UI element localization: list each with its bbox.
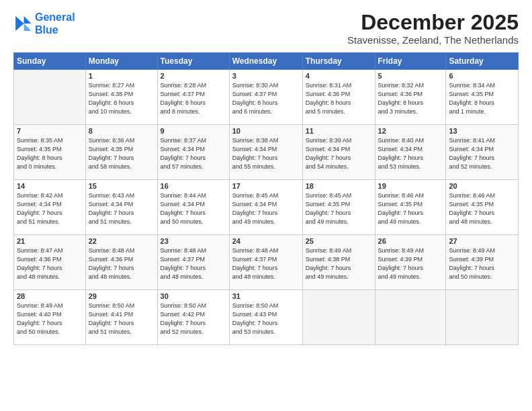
logo-icon [13,14,32,33]
calendar-cell: 15Sunrise: 8:43 AMSunset: 4:34 PMDayligh… [85,180,157,235]
calendar-week-row: 1Sunrise: 8:27 AMSunset: 4:38 PMDaylight… [14,70,519,125]
day-info: Sunrise: 8:38 AMSunset: 4:34 PMDaylight:… [232,136,300,171]
day-info: Sunrise: 8:31 AMSunset: 4:36 PMDaylight:… [306,81,372,116]
day-info: Sunrise: 8:47 AMSunset: 4:36 PMDaylight:… [17,246,83,281]
svg-marker-0 [24,16,32,24]
calendar-cell [14,70,86,125]
month-title: December 2025 [347,11,519,34]
day-info: Sunrise: 8:27 AMSunset: 4:38 PMDaylight:… [89,81,154,116]
location-subtitle: Stavenisse, Zeeland, The Netherlands [347,34,519,46]
calendar-cell: 9Sunrise: 8:37 AMSunset: 4:34 PMDaylight… [157,125,229,180]
day-info: Sunrise: 8:42 AMSunset: 4:34 PMDaylight:… [17,191,83,226]
logo-text: General Blue [35,11,75,36]
calendar-cell: 4Sunrise: 8:31 AMSunset: 4:36 PMDaylight… [302,70,375,125]
day-info: Sunrise: 8:49 AMSunset: 4:38 PMDaylight:… [306,246,372,281]
calendar-cell: 7Sunrise: 8:35 AMSunset: 4:35 PMDaylight… [14,125,86,180]
day-number: 30 [161,292,226,300]
calendar-week-row: 28Sunrise: 8:49 AMSunset: 4:40 PMDayligh… [14,290,519,345]
calendar-cell: 16Sunrise: 8:44 AMSunset: 4:34 PMDayligh… [157,180,229,235]
weekday-header-sunday: Sunday [14,53,86,70]
day-info: Sunrise: 8:39 AMSunset: 4:34 PMDaylight:… [306,136,372,171]
day-number: 17 [232,182,300,190]
calendar-cell: 17Sunrise: 8:45 AMSunset: 4:34 PMDayligh… [229,180,302,235]
calendar-cell: 29Sunrise: 8:50 AMSunset: 4:41 PMDayligh… [85,290,157,345]
day-number: 14 [17,182,83,190]
day-number: 4 [306,72,372,80]
day-number: 11 [306,127,372,135]
weekday-header-friday: Friday [375,53,446,70]
day-number: 24 [232,237,300,245]
day-number: 29 [89,292,154,300]
day-number: 12 [378,127,443,135]
day-info: Sunrise: 8:50 AMSunset: 4:41 PMDaylight:… [89,302,154,336]
weekday-header-monday: Monday [85,53,157,70]
day-info: Sunrise: 8:43 AMSunset: 4:34 PMDaylight:… [89,191,154,226]
day-info: Sunrise: 8:32 AMSunset: 4:36 PMDaylight:… [378,81,443,116]
calendar-cell: 31Sunrise: 8:50 AMSunset: 4:43 PMDayligh… [229,290,302,345]
calendar-cell: 22Sunrise: 8:48 AMSunset: 4:36 PMDayligh… [85,235,157,290]
day-info: Sunrise: 8:50 AMSunset: 4:42 PMDaylight:… [161,302,226,336]
day-number: 1 [89,72,154,80]
day-info: Sunrise: 8:48 AMSunset: 4:37 PMDaylight:… [161,246,226,281]
day-number: 18 [306,182,372,190]
day-number: 7 [17,127,83,135]
day-number: 22 [89,237,154,245]
day-info: Sunrise: 8:36 AMSunset: 4:35 PMDaylight:… [89,136,154,171]
calendar-cell: 5Sunrise: 8:32 AMSunset: 4:36 PMDaylight… [375,70,446,125]
calendar-cell: 23Sunrise: 8:48 AMSunset: 4:37 PMDayligh… [157,235,229,290]
svg-marker-1 [24,24,32,31]
calendar-cell [446,290,519,345]
calendar-week-row: 14Sunrise: 8:42 AMSunset: 4:34 PMDayligh… [14,180,519,235]
weekday-header-row: SundayMondayTuesdayWednesdayThursdayFrid… [14,53,519,70]
calendar-cell: 28Sunrise: 8:49 AMSunset: 4:40 PMDayligh… [14,290,86,345]
day-info: Sunrise: 8:40 AMSunset: 4:34 PMDaylight:… [378,136,443,171]
day-info: Sunrise: 8:48 AMSunset: 4:37 PMDaylight:… [232,246,300,281]
weekday-header-wednesday: Wednesday [229,53,302,70]
day-number: 8 [89,127,154,135]
calendar-cell: 30Sunrise: 8:50 AMSunset: 4:42 PMDayligh… [157,290,229,345]
title-block: December 2025 Stavenisse, Zeeland, The N… [347,11,519,46]
day-info: Sunrise: 8:37 AMSunset: 4:34 PMDaylight:… [161,136,226,171]
calendar-cell: 27Sunrise: 8:49 AMSunset: 4:39 PMDayligh… [446,235,519,290]
weekday-header-saturday: Saturday [446,53,519,70]
calendar-cell: 19Sunrise: 8:46 AMSunset: 4:35 PMDayligh… [375,180,446,235]
day-number: 6 [449,72,515,80]
calendar-cell: 26Sunrise: 8:49 AMSunset: 4:39 PMDayligh… [375,235,446,290]
day-number: 5 [378,72,443,80]
day-info: Sunrise: 8:46 AMSunset: 4:35 PMDaylight:… [378,191,443,226]
calendar-cell: 2Sunrise: 8:28 AMSunset: 4:37 PMDaylight… [157,70,229,125]
calendar-cell: 6Sunrise: 8:34 AMSunset: 4:35 PMDaylight… [446,70,519,125]
calendar-cell: 18Sunrise: 8:45 AMSunset: 4:35 PMDayligh… [302,180,375,235]
day-number: 13 [449,127,515,135]
calendar-cell: 8Sunrise: 8:36 AMSunset: 4:35 PMDaylight… [85,125,157,180]
day-number: 25 [306,237,372,245]
day-info: Sunrise: 8:44 AMSunset: 4:34 PMDaylight:… [161,191,226,226]
day-number: 3 [232,72,300,80]
calendar-week-row: 21Sunrise: 8:47 AMSunset: 4:36 PMDayligh… [14,235,519,290]
day-number: 9 [161,127,226,135]
day-info: Sunrise: 8:49 AMSunset: 4:40 PMDaylight:… [17,302,83,336]
day-info: Sunrise: 8:45 AMSunset: 4:34 PMDaylight:… [232,191,300,226]
calendar-cell: 25Sunrise: 8:49 AMSunset: 4:38 PMDayligh… [302,235,375,290]
day-number: 19 [378,182,443,190]
day-number: 23 [161,237,226,245]
calendar-cell: 1Sunrise: 8:27 AMSunset: 4:38 PMDaylight… [85,70,157,125]
day-info: Sunrise: 8:46 AMSunset: 4:35 PMDaylight:… [449,191,515,226]
day-number: 28 [17,292,83,300]
day-info: Sunrise: 8:28 AMSunset: 4:37 PMDaylight:… [161,81,226,116]
day-number: 2 [161,72,226,80]
calendar-cell: 11Sunrise: 8:39 AMSunset: 4:34 PMDayligh… [302,125,375,180]
header: General Blue December 2025 Stavenisse, Z… [13,11,519,46]
day-info: Sunrise: 8:34 AMSunset: 4:35 PMDaylight:… [449,81,515,116]
day-info: Sunrise: 8:48 AMSunset: 4:36 PMDaylight:… [89,246,154,281]
calendar-cell: 24Sunrise: 8:48 AMSunset: 4:37 PMDayligh… [229,235,302,290]
logo: General Blue [13,11,75,36]
weekday-header-tuesday: Tuesday [157,53,229,70]
calendar-week-row: 7Sunrise: 8:35 AMSunset: 4:35 PMDaylight… [14,125,519,180]
day-number: 31 [232,292,300,300]
day-number: 20 [449,182,515,190]
day-number: 21 [17,237,83,245]
day-info: Sunrise: 8:45 AMSunset: 4:35 PMDaylight:… [306,191,372,226]
day-info: Sunrise: 8:41 AMSunset: 4:34 PMDaylight:… [449,136,515,171]
calendar-cell: 20Sunrise: 8:46 AMSunset: 4:35 PMDayligh… [446,180,519,235]
